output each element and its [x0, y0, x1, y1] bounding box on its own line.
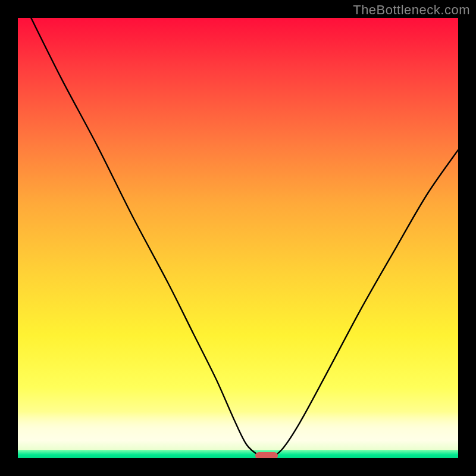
bottleneck-marker: [255, 452, 278, 458]
plot-area: [18, 18, 458, 458]
chart-frame: TheBottleneck.com: [0, 0, 476, 476]
watermark-text: TheBottleneck.com: [353, 2, 470, 18]
bottleneck-curve: [31, 18, 458, 458]
curve-svg: [18, 18, 458, 458]
